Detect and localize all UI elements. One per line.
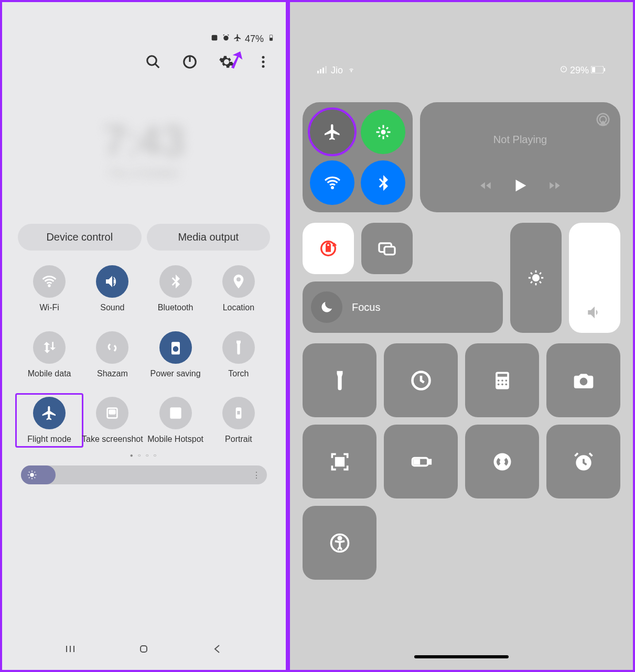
play-button[interactable] [511,177,529,197]
carrier-label: Jio [331,65,343,76]
alarm-button[interactable] [546,425,620,498]
svg-point-47 [338,537,341,540]
brightness-slider[interactable] [510,223,562,333]
page-indicator: ● ○ ○ ○ [13,452,275,458]
media-controls[interactable]: Not Playing [420,102,620,212]
tile-flight-mode[interactable]: Flight mode [15,393,83,448]
svg-rect-40 [336,458,343,465]
orientation-lock-button[interactable] [303,223,354,274]
alarm-icon [222,34,230,45]
svg-point-29 [532,274,540,281]
tile-torch[interactable]: Torch [207,331,270,378]
battery-icon [591,65,606,76]
airplay-icon[interactable] [595,112,611,129]
connectivity-group [303,102,413,212]
now-playing-label: Not Playing [493,134,547,146]
svg-point-4 [147,56,157,66]
rewind-button[interactable] [479,179,492,194]
svg-point-36 [497,383,499,385]
svg-point-1 [223,36,228,40]
tile-sound[interactable]: Sound [81,265,144,312]
svg-point-35 [505,380,507,382]
airplane-status-icon [233,34,242,45]
tile-location[interactable]: Location [207,265,270,312]
brightness-slider[interactable]: ⋮ [21,465,267,484]
flashlight-button[interactable] [303,343,376,417]
moon-icon [311,291,342,323]
tile-screenshot[interactable]: Take screenshot [81,397,144,444]
clock-time: 7:43 [13,117,275,165]
low-power-button[interactable] [384,425,458,498]
nav-recents[interactable] [64,643,77,657]
focus-button[interactable]: Focus [303,281,503,333]
focus-label: Focus [352,301,380,313]
svg-rect-17 [322,68,324,73]
timer-button[interactable] [384,343,458,417]
svg-point-13 [30,473,34,477]
shazam-button[interactable] [465,425,539,498]
settings-button[interactable] [219,54,234,70]
svg-rect-28 [384,247,395,255]
volume-slider[interactable] [569,223,620,333]
status-bar: Jio 29% [303,65,620,76]
ios-control-center: Jio 29% Not Playing [288,0,635,672]
svg-rect-12 [237,411,240,415]
clock-date: Thu, 6 October [13,167,275,179]
screen-mirroring-button[interactable] [361,223,413,274]
svg-point-8 [262,65,265,68]
calculator-button[interactable] [465,343,539,417]
app-icon [210,34,219,45]
svg-rect-18 [325,66,327,73]
svg-point-33 [497,380,499,382]
power-button[interactable] [182,54,198,70]
svg-rect-15 [317,71,319,73]
tile-wifi[interactable]: Wi-Fi [18,265,81,312]
accessibility-button[interactable] [303,506,376,580]
camera-button[interactable] [546,343,620,417]
lockscreen-clock: 7:43 Thu, 6 October [13,117,275,179]
svg-rect-0 [212,35,218,41]
nav-bar [2,643,286,657]
svg-rect-43 [414,460,419,463]
airplane-mode-toggle[interactable] [308,107,357,156]
toolbar [13,54,275,70]
brightness-more-icon[interactable]: ⋮ [252,470,261,480]
home-indicator[interactable] [414,655,509,658]
status-bar: 47% [13,34,275,45]
bluetooth-toggle[interactable] [361,160,405,205]
svg-point-39 [579,377,587,385]
signal-icon [317,65,328,76]
search-button[interactable] [145,54,161,70]
nav-home[interactable] [137,643,150,657]
cellular-data-toggle[interactable] [361,110,405,154]
svg-rect-42 [428,460,430,463]
svg-point-34 [501,380,503,382]
svg-rect-16 [320,69,321,73]
tab-media-output[interactable]: Media output [147,224,271,251]
svg-point-38 [505,383,507,385]
svg-point-6 [262,56,265,59]
svg-rect-10 [110,410,115,414]
wifi-toggle[interactable] [310,160,354,205]
more-button[interactable] [255,54,271,70]
tab-device-control[interactable]: Device control [18,224,142,251]
svg-rect-32 [497,374,507,377]
svg-point-37 [501,383,503,385]
svg-point-23 [381,129,385,134]
tile-portrait[interactable]: Portrait [207,397,270,444]
nav-back[interactable] [211,643,224,657]
battery-icon [267,34,275,45]
battery-percent: 29% [570,65,589,76]
tile-shazam[interactable]: Shazam [81,331,144,378]
tile-hotspot[interactable]: Mobile Hotspot [144,397,207,444]
battery-percent: 47% [245,34,264,45]
svg-rect-3 [270,38,272,40]
tile-mobile-data[interactable]: Mobile data [18,331,81,378]
orientation-lock-icon [559,65,568,76]
tile-bluetooth[interactable]: Bluetooth [144,265,207,312]
svg-rect-14 [141,646,147,652]
tile-power-saving[interactable]: Power saving [144,331,207,378]
qr-scanner-button[interactable] [303,425,376,498]
forward-button[interactable] [548,179,562,194]
svg-point-7 [262,61,265,63]
